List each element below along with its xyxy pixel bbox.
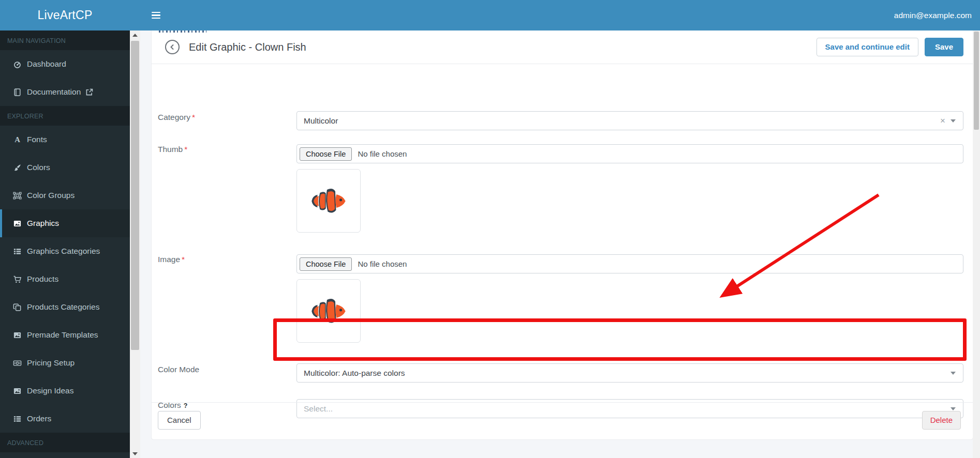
sidebar-item-label: Orders bbox=[27, 414, 51, 423]
field-label-category: Category* bbox=[158, 113, 195, 122]
image-file-input[interactable]: Choose FileNo file chosen bbox=[296, 254, 963, 273]
brush-icon bbox=[9, 163, 25, 172]
sidebar-item-label: Design Ideas bbox=[27, 386, 73, 395]
scroll-down-icon[interactable] bbox=[130, 449, 140, 458]
sidebar-item-orders[interactable]: Orders bbox=[0, 405, 130, 433]
choose-file-button[interactable]: Choose File bbox=[300, 257, 352, 271]
save-and-continue-button[interactable]: Save and continue edit bbox=[816, 38, 918, 56]
sidebar-item-color-groups[interactable]: Color Groups bbox=[0, 181, 130, 209]
scroll-up-icon[interactable] bbox=[130, 30, 140, 39]
sidebar-item-label: Pricing Setup bbox=[27, 358, 75, 368]
sidebar-section-header: EXPLORER bbox=[0, 106, 130, 126]
sidebar-item-graphics-categories[interactable]: Graphics Categories bbox=[0, 237, 130, 265]
category-select[interactable]: Multicolor× bbox=[296, 111, 963, 130]
sidebar-item-label: Color Groups bbox=[27, 191, 75, 200]
book-icon bbox=[9, 88, 25, 97]
font-icon: A bbox=[9, 135, 25, 144]
image-icon bbox=[9, 219, 25, 228]
image-preview bbox=[296, 279, 361, 343]
sidebar-item-label: Products Categories bbox=[27, 302, 99, 312]
user-email[interactable]: admin@example.com bbox=[894, 11, 980, 20]
required-asterisk: * bbox=[184, 145, 187, 154]
svg-text:A: A bbox=[14, 135, 20, 144]
field-label-color-mode: Color Mode bbox=[158, 365, 199, 374]
sidebar-item-label: Fonts bbox=[27, 135, 47, 144]
chevron-down-icon bbox=[951, 407, 956, 410]
list-icon bbox=[9, 415, 25, 423]
chevron-down-icon bbox=[951, 119, 956, 123]
required-asterisk: * bbox=[192, 113, 195, 121]
sidebar-item-colors[interactable]: Colors bbox=[0, 154, 130, 181]
image-icon bbox=[9, 331, 25, 340]
gauge-icon bbox=[9, 60, 25, 69]
object-group-icon bbox=[9, 191, 25, 200]
field-label-image: Image* bbox=[158, 255, 185, 264]
select-value: Multicolor: Auto-parse colors bbox=[304, 369, 405, 378]
external-link-icon bbox=[85, 88, 94, 97]
sidebar-item-label: Documentation bbox=[27, 87, 81, 97]
back-button[interactable] bbox=[165, 40, 180, 54]
sidebar-item-design-ideas[interactable]: Design Ideas bbox=[0, 377, 130, 405]
page-scrollbar-thumb[interactable] bbox=[974, 32, 979, 130]
file-status-text: No file chosen bbox=[358, 259, 407, 268]
sidebar-item-label: Products bbox=[27, 274, 58, 284]
sidebar-item-label: Dashboard bbox=[27, 59, 66, 69]
sidebar-item-label: Graphics bbox=[27, 219, 59, 228]
cart-icon bbox=[9, 275, 25, 284]
sidebar-item-pricing-setup[interactable]: Pricing Setup bbox=[0, 349, 130, 377]
clownfish-image bbox=[309, 296, 348, 327]
help-icon[interactable]: ? bbox=[184, 402, 188, 409]
sidebar-scrollbar-thumb[interactable] bbox=[131, 41, 139, 350]
select-value: Select... bbox=[304, 404, 333, 414]
select-value: Multicolor bbox=[304, 116, 338, 126]
top-navbar: LiveArtCP admin@example.com bbox=[0, 0, 980, 30]
app-logo[interactable]: LiveArtCP bbox=[0, 0, 130, 30]
sidebar-item-graphics[interactable]: Graphics bbox=[0, 209, 130, 237]
sidebar-item-label: Premade Templates bbox=[27, 330, 98, 340]
sidebar-item-premade-templates[interactable]: Premade Templates bbox=[0, 321, 130, 349]
page-title: Edit Graphic - Clown Fish bbox=[189, 41, 306, 53]
page-scrollbar[interactable] bbox=[973, 30, 980, 458]
required-asterisk: * bbox=[182, 255, 185, 264]
color-mode-select[interactable]: Multicolor: Auto-parse colors bbox=[296, 363, 963, 383]
sidebar-item-fonts[interactable]: AFonts bbox=[0, 126, 130, 154]
footer-divider bbox=[152, 402, 973, 403]
sidebar-nav: MAIN NAVIGATIONDashboardDocumentationEXP… bbox=[0, 30, 130, 458]
chevron-down-icon bbox=[951, 372, 956, 375]
thumb-file-input[interactable]: Choose FileNo file chosen bbox=[296, 144, 963, 163]
delete-button[interactable]: Delete bbox=[922, 411, 961, 430]
copy-icon bbox=[9, 303, 25, 312]
cancel-button[interactable]: Cancel bbox=[158, 411, 201, 430]
image-icon bbox=[9, 387, 25, 395]
field-label-thumb: Thumb* bbox=[158, 145, 187, 154]
sidebar-item-documentation[interactable]: Documentation bbox=[0, 78, 130, 106]
sidebar-scrollbar[interactable] bbox=[130, 30, 140, 458]
sidebar-section-header: MAIN NAVIGATION bbox=[0, 30, 130, 50]
list-icon bbox=[9, 247, 25, 256]
sidebar-item-products-categories[interactable]: Products Categories bbox=[0, 293, 130, 321]
save-button[interactable]: Save bbox=[925, 38, 963, 56]
sidebar-section-header: ADVANCED bbox=[0, 433, 130, 452]
choose-file-button[interactable]: Choose File bbox=[300, 147, 352, 161]
money-icon bbox=[9, 359, 25, 368]
card-header: Edit Graphic - Clown Fish Save and conti… bbox=[152, 30, 973, 64]
sidebar-item-dashboard[interactable]: Dashboard bbox=[0, 50, 130, 78]
sidebar-item-products[interactable]: Products bbox=[0, 265, 130, 293]
clear-icon[interactable]: × bbox=[937, 116, 948, 126]
chevron-left-icon bbox=[169, 44, 175, 50]
sidebar-toggle-icon[interactable] bbox=[152, 9, 164, 22]
thumb-preview bbox=[296, 169, 361, 233]
clownfish-image bbox=[309, 186, 348, 217]
file-status-text: No file chosen bbox=[358, 149, 407, 158]
sidebar-item-label: Colors bbox=[27, 163, 50, 172]
sidebar-item-label: Graphics Categories bbox=[27, 247, 100, 256]
edit-graphic-form: Category*Multicolor×Thumb*Choose FileNo … bbox=[152, 64, 973, 439]
edit-graphic-card: Edit Graphic - Clown Fish Save and conti… bbox=[152, 30, 973, 439]
